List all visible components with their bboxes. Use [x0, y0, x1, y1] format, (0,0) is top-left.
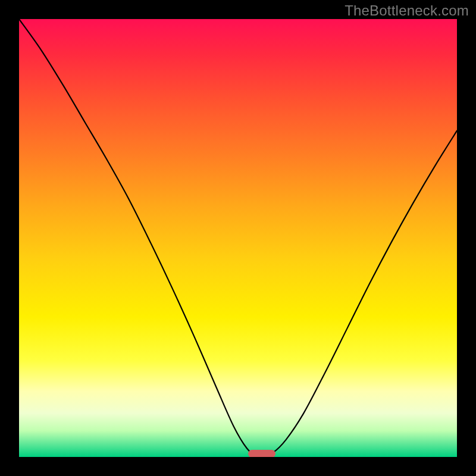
- watermark-text: TheBottleneck.com: [345, 2, 469, 19]
- plot-area: [19, 19, 457, 457]
- optimal-marker: [248, 450, 275, 457]
- curve-path: [19, 19, 457, 455]
- bottleneck-curve: [19, 19, 457, 457]
- chart-frame: TheBottleneck.com: [0, 0, 476, 476]
